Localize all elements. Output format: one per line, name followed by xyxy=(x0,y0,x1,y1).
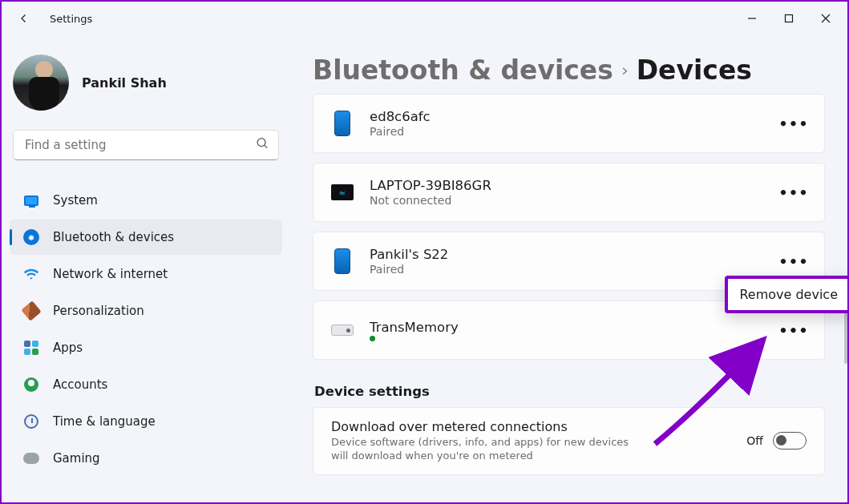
laptop-icon xyxy=(331,177,354,208)
nav-list: System ⁕ Bluetooth & devices Network & i… xyxy=(10,183,282,476)
back-button[interactable] xyxy=(13,7,35,30)
svg-point-2 xyxy=(257,139,265,147)
gaming-icon xyxy=(22,450,40,467)
minimize-icon xyxy=(747,14,757,23)
personalization-icon xyxy=(22,302,40,320)
drive-icon xyxy=(331,315,354,345)
status-dot-icon xyxy=(370,336,375,341)
search-field[interactable] xyxy=(13,130,279,160)
annotation-arrow-icon xyxy=(647,316,783,452)
more-icon: ••• xyxy=(778,115,809,132)
device-more-button[interactable]: ••• xyxy=(781,248,807,274)
nav-label: Bluetooth & devices xyxy=(53,230,174,244)
nav-label: System xyxy=(53,193,98,208)
setting-description: Device software (drivers, info, and apps… xyxy=(331,436,636,463)
sidebar-item-time-language[interactable]: Time & language xyxy=(10,404,282,439)
titlebar: Settings xyxy=(2,2,847,35)
window-controls xyxy=(734,2,844,35)
device-status: Not connected xyxy=(370,194,765,207)
sidebar-item-apps[interactable]: Apps xyxy=(10,330,282,365)
phone-icon xyxy=(331,246,354,276)
more-icon: ••• xyxy=(778,253,809,270)
nav-label: Time & language xyxy=(53,414,156,429)
wifi-icon xyxy=(22,265,40,283)
search-input[interactable] xyxy=(13,130,279,160)
device-row[interactable]: ed8c6afc Paired ••• xyxy=(313,94,825,153)
device-more-button[interactable]: ••• xyxy=(781,179,807,205)
remove-device-menu-item[interactable]: Remove device xyxy=(739,287,838,302)
setting-title: Download over metered connections xyxy=(331,419,636,434)
breadcrumb: Bluetooth & devices › Devices xyxy=(313,54,825,86)
system-icon xyxy=(22,192,40,209)
device-more-button[interactable]: ••• xyxy=(781,317,807,343)
user-name: Pankil Shah xyxy=(82,75,167,91)
close-icon xyxy=(821,14,831,23)
device-status: Paired xyxy=(370,125,765,138)
maximize-icon xyxy=(784,14,794,23)
user-profile[interactable]: Pankil Shah xyxy=(10,48,282,125)
back-arrow-icon xyxy=(17,11,31,26)
svg-line-3 xyxy=(265,145,268,148)
sidebar-item-system[interactable]: System xyxy=(10,183,282,218)
main-panel: Bluetooth & devices › Devices ed8c6afc P… xyxy=(290,35,847,502)
maximize-button[interactable] xyxy=(770,2,807,35)
breadcrumb-current: Devices xyxy=(637,54,752,86)
nav-label: Accounts xyxy=(53,377,107,392)
close-button[interactable] xyxy=(807,2,844,35)
device-name: LAPTOP-39BI86GR xyxy=(370,178,765,193)
device-status: Paired xyxy=(370,263,765,276)
sidebar: Pankil Shah System ⁕ Bluetooth & devices… xyxy=(2,35,290,502)
time-language-icon xyxy=(22,413,40,430)
sidebar-item-network-internet[interactable]: Network & internet xyxy=(10,256,282,292)
sidebar-item-accounts[interactable]: Accounts xyxy=(10,367,282,402)
sidebar-item-bluetooth-devices[interactable]: ⁕ Bluetooth & devices xyxy=(10,220,282,255)
svg-rect-1 xyxy=(786,15,793,22)
avatar xyxy=(13,54,69,111)
apps-icon xyxy=(22,339,40,357)
device-context-menu: Remove device xyxy=(725,276,847,313)
nav-label: Personalization xyxy=(53,304,144,318)
window-title: Settings xyxy=(50,13,92,25)
search-icon xyxy=(256,137,269,154)
chevron-right-icon: › xyxy=(621,60,629,80)
breadcrumb-parent-link[interactable]: Bluetooth & devices xyxy=(313,54,613,86)
sidebar-item-personalization[interactable]: Personalization xyxy=(10,293,282,329)
nav-label: Network & internet xyxy=(53,267,168,281)
accounts-icon xyxy=(22,376,40,393)
more-icon: ••• xyxy=(778,184,809,201)
nav-label: Gaming xyxy=(53,451,100,466)
device-more-button[interactable]: ••• xyxy=(781,111,807,136)
nav-label: Apps xyxy=(53,341,83,355)
device-name: Pankil's S22 xyxy=(370,247,765,262)
device-name: ed8c6afc xyxy=(370,109,765,124)
phone-icon xyxy=(331,108,354,139)
minimize-button[interactable] xyxy=(734,2,770,35)
device-row[interactable]: LAPTOP-39BI86GR Not connected ••• xyxy=(313,163,825,222)
sidebar-item-gaming[interactable]: Gaming xyxy=(10,441,282,476)
bluetooth-icon: ⁕ xyxy=(22,228,40,246)
